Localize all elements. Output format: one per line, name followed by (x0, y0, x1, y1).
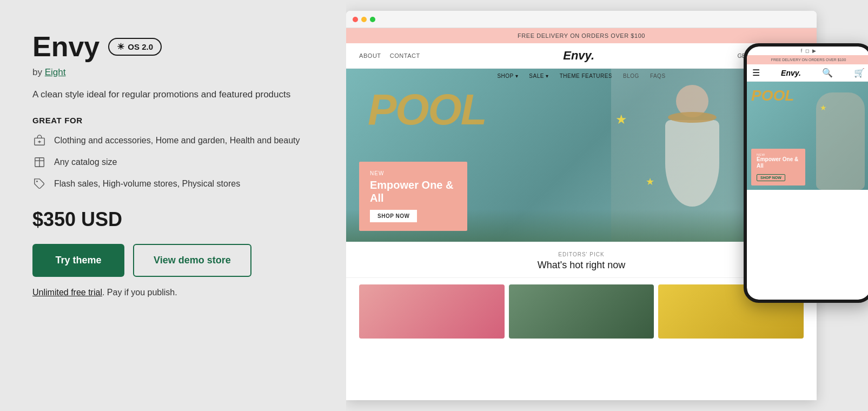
nav-theme-features[interactable]: THEME FEATURES (560, 73, 612, 79)
tag-icon (32, 177, 47, 191)
mobile-announce-bar: FREE DELIVERY ON ORDERS OVER $100 (747, 55, 868, 64)
feature-text-catalog: Any catalog size (54, 157, 117, 167)
trial-text: Unlimited free trial. Pay if you publish… (32, 288, 314, 297)
hero-pool-text: POOL (368, 85, 486, 135)
mobile-screen: f ◻ ▶ FREE DELIVERY ON ORDERS OVER $100 … (747, 47, 868, 300)
button-row: Try theme View demo store (32, 244, 314, 277)
view-demo-button[interactable]: View demo store (133, 244, 251, 277)
mobile-search-icon[interactable]: 🔍 (822, 68, 833, 78)
browser-dot-green (370, 17, 375, 22)
mobile-hero-title: Empower One & All (757, 156, 800, 169)
browser-dot-yellow (361, 17, 367, 22)
mobile-instagram-icon: ◻ (805, 48, 809, 54)
hero-new-label: NEW (370, 170, 456, 176)
star-decoration-2: ★ (646, 176, 654, 188)
great-for-label: GREAT FOR (32, 116, 314, 125)
hero-heading: Empower One & All (370, 178, 456, 204)
try-theme-button[interactable]: Try theme (32, 244, 124, 277)
os-badge-label: OS 2.0 (128, 42, 153, 51)
mobile-pool-text: POOL (751, 87, 794, 104)
mobile-nav: ☰ Envy. 🔍 🛒 (747, 64, 868, 82)
product-card-2[interactable] (509, 284, 654, 339)
nav-shop[interactable]: SHOP ▾ (497, 73, 518, 79)
mobile-youtube-icon: ▶ (812, 48, 816, 54)
star-decoration-1: ★ (615, 112, 627, 127)
mobile-social-row: f ◻ ▶ (747, 47, 868, 55)
mobile-menu-icon[interactable]: ☰ (752, 68, 760, 78)
editors-pick-heading: What's hot right now (359, 260, 804, 271)
description: A clean style ideal for regular promotio… (32, 88, 314, 102)
title-row: Envy ☀ OS 2.0 (32, 32, 314, 61)
mobile-hero-overlay: NEW Empower One & All SHOP NOW (751, 149, 805, 185)
store-icon (32, 134, 47, 148)
browser-dot-red (353, 17, 358, 22)
mobile-cart-icon[interactable]: 🛒 (854, 68, 865, 78)
site-announce-bar: FREE DELIVERY ON ORDERS OVER $100 (346, 28, 817, 43)
mobile-logo: Envy. (781, 69, 801, 77)
feature-item-catalog: Any catalog size (32, 155, 314, 169)
left-panel: Envy ☀ OS 2.0 by Eight A clean style ide… (0, 0, 346, 411)
site-nav-left: ABOUT CONTACT (359, 52, 420, 59)
feature-item-sales: Flash sales, High-volume stores, Physica… (32, 177, 314, 191)
hero-text-overlay: NEW Empower One & All SHOP NOW (359, 162, 467, 231)
mobile-star-1: ★ (820, 103, 827, 112)
author-link[interactable]: Eight (45, 67, 66, 77)
sun-icon: ☀ (117, 42, 124, 52)
book-icon (32, 155, 47, 169)
feature-list: Clothing and accessories, Home and garde… (32, 134, 314, 191)
theme-title: Envy (32, 32, 100, 61)
mobile-shop-btn[interactable]: SHOP NOW (757, 174, 785, 181)
svg-point-6 (36, 181, 38, 182)
os-badge: ☀ OS 2.0 (108, 38, 162, 56)
nav-sale[interactable]: SALE ▾ (529, 73, 548, 79)
nav-about[interactable]: ABOUT (359, 52, 381, 59)
nav-contact[interactable]: CONTACT (390, 52, 420, 59)
right-panel: FREE DELIVERY ON ORDERS OVER $100 ABOUT … (346, 0, 868, 411)
mobile-device: f ◻ ▶ FREE DELIVERY ON ORDERS OVER $100 … (744, 43, 868, 303)
product-card-1[interactable] (359, 284, 505, 339)
hero-shop-btn[interactable]: SHOP NOW (370, 210, 417, 222)
feature-text-sales: Flash sales, High-volume stores, Physica… (54, 179, 240, 189)
feature-text-clothing: Clothing and accessories, Home and garde… (54, 136, 300, 145)
mobile-hero: POOL ★ NEW Empower One & All SHOP NOW (747, 82, 868, 190)
browser-topbar (346, 11, 817, 28)
feature-item-clothing: Clothing and accessories, Home and garde… (32, 134, 314, 148)
trial-link[interactable]: Unlimited free trial (32, 288, 102, 297)
mobile-facebook-icon: f (801, 48, 803, 54)
site-logo: Envy. (563, 49, 594, 63)
author-line: by Eight (32, 67, 314, 78)
price: $350 USD (32, 208, 314, 231)
editors-pick-label: EDITORS' PICK (359, 251, 804, 257)
